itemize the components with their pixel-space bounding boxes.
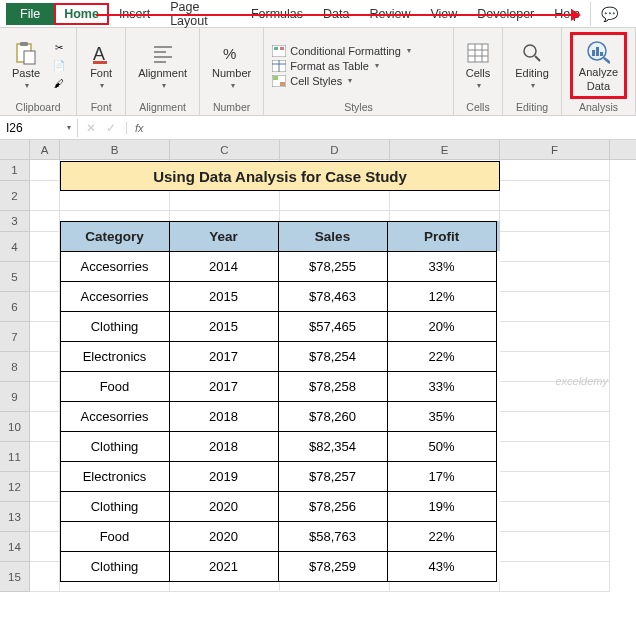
tab-file[interactable]: File xyxy=(6,3,54,25)
table-cell[interactable]: 2018 xyxy=(169,431,279,462)
table-cell[interactable]: $58,763 xyxy=(278,521,388,552)
row-header[interactable]: 7 xyxy=(0,322,30,352)
cell[interactable] xyxy=(500,472,610,502)
table-cell[interactable]: $78,259 xyxy=(278,551,388,582)
row-header[interactable]: 12 xyxy=(0,472,30,502)
row-header[interactable]: 5 xyxy=(0,262,30,292)
table-cell[interactable]: 22% xyxy=(387,341,497,372)
table-cell[interactable]: 2017 xyxy=(169,371,279,402)
cell[interactable] xyxy=(500,262,610,292)
cell[interactable] xyxy=(30,262,60,292)
table-cell[interactable]: 2020 xyxy=(169,521,279,552)
row-header[interactable]: 8 xyxy=(0,352,30,382)
table-cell[interactable]: Electronics xyxy=(60,341,170,372)
cell[interactable] xyxy=(30,442,60,472)
col-header-a[interactable]: A xyxy=(30,140,60,159)
cell[interactable] xyxy=(30,532,60,562)
col-header-f[interactable]: F xyxy=(500,140,610,159)
table-cell[interactable]: $78,463 xyxy=(278,281,388,312)
cell[interactable] xyxy=(500,442,610,472)
table-cell[interactable]: Clothing xyxy=(60,431,170,462)
table-cell[interactable]: $57,465 xyxy=(278,311,388,342)
format-painter-button[interactable]: 🖌 xyxy=(50,76,68,92)
table-cell[interactable]: 2021 xyxy=(169,551,279,582)
table-cell[interactable]: $78,257 xyxy=(278,461,388,492)
fx-button[interactable]: fx xyxy=(126,122,144,134)
table-cell[interactable]: Clothing xyxy=(60,491,170,522)
table-cell[interactable]: Clothing xyxy=(60,551,170,582)
table-cell[interactable]: 2015 xyxy=(169,311,279,342)
table-cell[interactable]: 2020 xyxy=(169,491,279,522)
table-cell[interactable]: 33% xyxy=(387,371,497,402)
col-header-b[interactable]: B xyxy=(60,140,170,159)
number-button[interactable]: % Number ▾ xyxy=(208,39,255,92)
row-header[interactable]: 2 xyxy=(0,181,30,211)
cell[interactable] xyxy=(30,412,60,442)
cell[interactable] xyxy=(500,502,610,532)
table-cell[interactable]: $78,256 xyxy=(278,491,388,522)
table-cell[interactable]: 17% xyxy=(387,461,497,492)
paste-button[interactable]: Paste ▾ xyxy=(8,39,44,92)
title-cell[interactable]: Using Data Analysis for Case Study xyxy=(60,161,500,191)
cell[interactable] xyxy=(30,232,60,262)
cells-button[interactable]: Cells ▾ xyxy=(462,39,494,92)
cancel-formula-icon[interactable]: ✕ xyxy=(86,121,96,135)
table-cell[interactable]: 20% xyxy=(387,311,497,342)
col-header-c[interactable]: C xyxy=(170,140,280,159)
row-header[interactable]: 15 xyxy=(0,562,30,592)
cell[interactable] xyxy=(30,292,60,322)
cell[interactable] xyxy=(30,562,60,592)
col-header-e[interactable]: E xyxy=(390,140,500,159)
cell[interactable] xyxy=(30,181,60,211)
share-icon[interactable]: 💬 xyxy=(590,2,628,26)
table-cell[interactable]: 50% xyxy=(387,431,497,462)
row-header[interactable]: 14 xyxy=(0,532,30,562)
table-cell[interactable]: 19% xyxy=(387,491,497,522)
select-all-corner[interactable] xyxy=(0,140,30,159)
table-cell[interactable]: $78,260 xyxy=(278,401,388,432)
cell[interactable] xyxy=(500,562,610,592)
row-header[interactable]: 3 xyxy=(0,211,30,232)
table-cell[interactable]: Food xyxy=(60,521,170,552)
font-button[interactable]: A Font ▾ xyxy=(85,39,117,92)
cell[interactable] xyxy=(30,472,60,502)
table-cell[interactable]: 43% xyxy=(387,551,497,582)
editing-button[interactable]: Editing ▾ xyxy=(511,39,553,92)
table-cell[interactable]: Accesorries xyxy=(60,401,170,432)
cell[interactable] xyxy=(30,382,60,412)
table-cell[interactable]: $78,254 xyxy=(278,341,388,372)
cell[interactable] xyxy=(500,232,610,262)
conditional-formatting-button[interactable]: Conditional Formatting▾ xyxy=(272,45,411,57)
table-cell[interactable]: Food xyxy=(60,371,170,402)
table-header-cell[interactable]: Year xyxy=(169,221,279,252)
cell[interactable] xyxy=(500,532,610,562)
cut-button[interactable]: ✂ xyxy=(50,40,68,56)
row-header[interactable]: 13 xyxy=(0,502,30,532)
table-header-cell[interactable]: Profit xyxy=(387,221,497,252)
table-cell[interactable]: 35% xyxy=(387,401,497,432)
table-cell[interactable]: Clothing xyxy=(60,311,170,342)
name-box[interactable]: I26 ▾ xyxy=(0,119,78,137)
row-header[interactable]: 10 xyxy=(0,412,30,442)
cell[interactable] xyxy=(30,211,60,232)
table-cell[interactable]: $82,354 xyxy=(278,431,388,462)
cell[interactable] xyxy=(500,160,610,181)
row-header[interactable]: 6 xyxy=(0,292,30,322)
table-cell[interactable]: 2015 xyxy=(169,281,279,312)
cell[interactable] xyxy=(500,292,610,322)
cell[interactable] xyxy=(30,160,60,181)
table-cell[interactable]: Electronics xyxy=(60,461,170,492)
table-cell[interactable]: 33% xyxy=(387,251,497,282)
cell[interactable] xyxy=(30,502,60,532)
row-header[interactable]: 11 xyxy=(0,442,30,472)
table-header-cell[interactable]: Sales xyxy=(278,221,388,252)
copy-button[interactable]: 📄 xyxy=(50,58,68,74)
table-cell[interactable]: $78,255 xyxy=(278,251,388,282)
cell[interactable] xyxy=(500,412,610,442)
cell[interactable] xyxy=(30,322,60,352)
cell[interactable] xyxy=(500,181,610,211)
cell[interactable] xyxy=(30,352,60,382)
enter-formula-icon[interactable]: ✓ xyxy=(106,121,116,135)
row-header[interactable]: 4 xyxy=(0,232,30,262)
cell[interactable] xyxy=(500,322,610,352)
